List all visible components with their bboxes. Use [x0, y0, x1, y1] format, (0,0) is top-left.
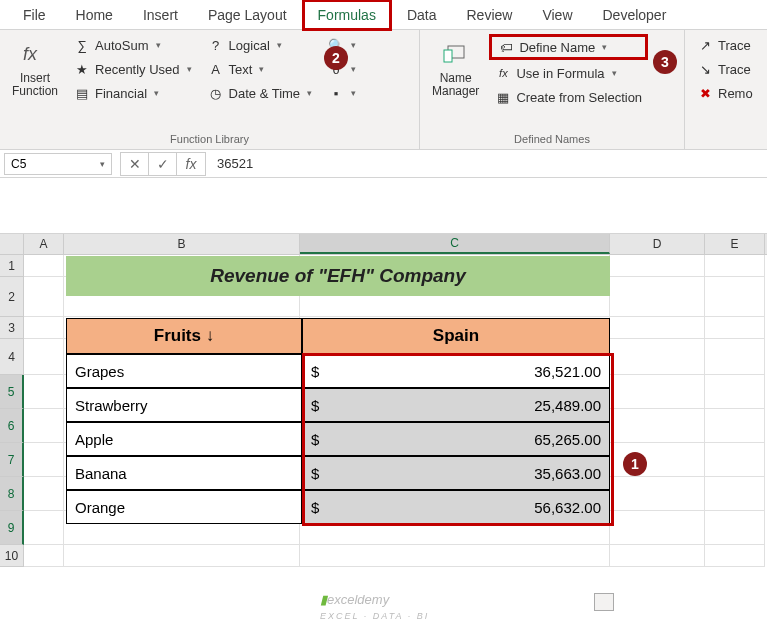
chevron-down-icon: ▾: [351, 64, 356, 74]
col-header-b[interactable]: B: [64, 234, 300, 254]
svg-text:fx: fx: [23, 44, 38, 64]
name-box[interactable]: C5▾: [4, 153, 112, 175]
clock-icon: ◷: [208, 85, 224, 101]
ribbon: fx Insert Function ∑AutoSum▾ ★Recently U…: [0, 30, 767, 150]
select-all-corner[interactable]: [0, 234, 24, 254]
tab-view[interactable]: View: [527, 0, 587, 30]
chevron-down-icon: ▾: [307, 88, 312, 98]
group-label-function-library: Function Library: [6, 131, 413, 147]
fx-small-icon: fx: [495, 65, 511, 81]
tab-insert[interactable]: Insert: [128, 0, 193, 30]
chevron-down-icon: ▾: [154, 88, 159, 98]
chevron-down-icon: ▾: [277, 40, 282, 50]
tab-home[interactable]: Home: [61, 0, 128, 30]
remove-arrows-button[interactable]: ✖Remo: [691, 82, 759, 104]
paste-options-icon[interactable]: [594, 593, 614, 611]
ribbon-tabs: File Home Insert Page Layout Formulas Da…: [0, 0, 767, 30]
text-icon: A: [208, 61, 224, 77]
arrow-icon: ↗: [697, 37, 713, 53]
tab-data[interactable]: Data: [392, 0, 452, 30]
tab-review[interactable]: Review: [452, 0, 528, 30]
row-header[interactable]: 3: [0, 317, 24, 339]
define-name-button[interactable]: 🏷Define Name▾: [489, 34, 648, 60]
enter-button[interactable]: ✓: [149, 153, 177, 175]
chevron-down-icon: ▾: [259, 64, 264, 74]
row-header[interactable]: 1: [0, 255, 24, 277]
create-from-selection-button[interactable]: ▦Create from Selection: [489, 86, 648, 108]
cancel-button[interactable]: ✕: [121, 153, 149, 175]
row-header[interactable]: 10: [0, 545, 24, 567]
question-icon: ?: [208, 37, 224, 53]
more-button[interactable]: ▪▾: [322, 82, 362, 104]
text-button[interactable]: AText▾: [202, 58, 319, 80]
chevron-down-icon: ▾: [100, 159, 105, 169]
formula-input[interactable]: 36521: [214, 153, 763, 174]
annotation-badge-2: 2: [324, 46, 348, 70]
row-header[interactable]: 9: [0, 511, 24, 545]
row-header[interactable]: 4: [0, 339, 24, 375]
table-row: Orange$56,632.00: [66, 490, 610, 524]
sigma-icon: ∑: [74, 37, 90, 53]
tab-page-layout[interactable]: Page Layout: [193, 0, 302, 30]
arrow-icon: ↘: [697, 61, 713, 77]
svg-rect-2: [444, 50, 452, 62]
dots-icon: ▪: [328, 85, 344, 101]
table-row: Apple$65,265.00: [66, 422, 610, 456]
header-fruits: Fruits ↓: [66, 318, 302, 354]
trace-precedents-button[interactable]: ↗Trace: [691, 34, 759, 56]
row-header[interactable]: 7: [0, 443, 24, 477]
grid-icon: ▦: [495, 89, 511, 105]
table-row: Strawberry$25,489.00: [66, 388, 610, 422]
chevron-down-icon: ▾: [612, 68, 617, 78]
fx-button[interactable]: fx: [177, 153, 205, 175]
label-icon: 🏷: [498, 39, 514, 55]
use-in-formula-button[interactable]: fxUse in Formula▾: [489, 62, 648, 84]
tab-file[interactable]: File: [8, 0, 61, 30]
insert-function-button[interactable]: fx Insert Function: [6, 34, 64, 131]
row-header[interactable]: 8: [0, 477, 24, 511]
name-manager-button[interactable]: Name Manager: [426, 34, 485, 131]
annotation-badge-1: 1: [623, 452, 647, 476]
chevron-down-icon: ▾: [156, 40, 161, 50]
row-header[interactable]: 5: [0, 375, 24, 409]
chevron-down-icon: ▾: [602, 42, 607, 52]
money-icon: ▤: [74, 85, 90, 101]
autosum-button[interactable]: ∑AutoSum▾: [68, 34, 198, 56]
trace-dependents-button[interactable]: ↘Trace: [691, 58, 759, 80]
chevron-down-icon: ▾: [351, 88, 356, 98]
tab-formulas[interactable]: Formulas: [302, 0, 392, 31]
table-row: Banana$35,663.00: [66, 456, 610, 490]
financial-button[interactable]: ▤Financial▾: [68, 82, 198, 104]
worksheet-grid[interactable]: A B C D E 1 2 3 4 5 6 7 8 9 10 Revenue o…: [0, 234, 767, 567]
table-row: Grapes$36,521.00: [66, 354, 610, 388]
star-icon: ★: [74, 61, 90, 77]
recently-used-button[interactable]: ★Recently Used▾: [68, 58, 198, 80]
tag-icon: [440, 38, 472, 70]
chevron-down-icon: ▾: [187, 64, 192, 74]
x-icon: ✖: [697, 85, 713, 101]
tab-developer[interactable]: Developer: [588, 0, 682, 30]
header-spain: Spain: [302, 318, 610, 354]
title-merged-cell: Revenue of "EFH" Company: [66, 256, 610, 296]
annotation-badge-3: 3: [653, 50, 677, 74]
row-header[interactable]: 2: [0, 277, 24, 317]
fx-icon: fx: [19, 38, 51, 70]
col-header-a[interactable]: A: [24, 234, 64, 254]
datetime-button[interactable]: ◷Date & Time▾: [202, 82, 319, 104]
col-header-d[interactable]: D: [610, 234, 705, 254]
data-table: Fruits ↓Spain Grapes$36,521.00 Strawberr…: [66, 318, 610, 524]
col-header-c[interactable]: C: [300, 234, 610, 254]
group-label-defined-names: Defined Names: [426, 131, 678, 147]
chevron-down-icon: ▾: [351, 40, 356, 50]
col-header-e[interactable]: E: [705, 234, 765, 254]
row-header[interactable]: 6: [0, 409, 24, 443]
logical-button[interactable]: ?Logical▾: [202, 34, 319, 56]
watermark: ▮exceldemy EXCEL · DATA · BI: [320, 592, 429, 622]
formula-bar: C5▾ ✕ ✓ fx 36521: [0, 150, 767, 178]
